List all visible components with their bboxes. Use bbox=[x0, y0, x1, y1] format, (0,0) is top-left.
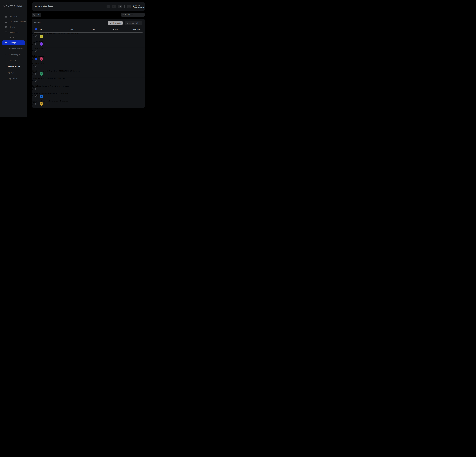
sidebar-item-suspicious-activities[interactable]: Suspicious Activities bbox=[0, 19, 27, 24]
row-checkbox[interactable] bbox=[35, 66, 37, 67]
table-row: I Isabella Lee chris.brown@spresto.com –… bbox=[32, 100, 145, 108]
admin-role-dropdown[interactable]: Manager bbox=[32, 94, 145, 97]
user-avatar[interactable] bbox=[127, 5, 131, 8]
sidebar-item-dashboard[interactable]: Dashboard bbox=[0, 14, 27, 19]
admin-role-label: Edior bbox=[32, 42, 35, 44]
chevron-up-icon bbox=[21, 42, 23, 44]
table-row: O Olivia Brown susan.smith@spresto.com 0… bbox=[32, 70, 145, 78]
warning-triangle-icon bbox=[5, 21, 7, 23]
avatar bbox=[40, 65, 43, 68]
table-row: N Noah Young emily.white@spresto.com – 2… bbox=[32, 93, 145, 100]
envelope-icon bbox=[33, 14, 35, 16]
support-button[interactable] bbox=[118, 5, 122, 8]
table-row: Lucas Harris mike_01@spresto.com – 1 hou… bbox=[32, 78, 145, 85]
row-checkbox[interactable] bbox=[35, 35, 37, 37]
sidebar-subitem-detection-scenarios[interactable]: Detection Scenarios bbox=[0, 47, 27, 51]
row-checkbox[interactable] bbox=[35, 58, 37, 60]
minus-icon bbox=[36, 28, 37, 30]
sidebar-subitem-blocked-programs[interactable]: Blocked Programs bbox=[0, 53, 27, 57]
row-checkbox[interactable] bbox=[35, 80, 37, 82]
sidebar-item-label: Settings bbox=[9, 42, 16, 44]
member-last-login: 12 minutes ago bbox=[33, 55, 44, 57]
bullet-dot-icon bbox=[5, 60, 6, 61]
sidebar-subitem-admin-members[interactable]: Admin Members bbox=[0, 65, 27, 69]
admin-role-dropdown[interactable]: Viewer bbox=[32, 79, 145, 83]
sidebar-item-settings[interactable]: Settings bbox=[2, 41, 25, 45]
sidebar-item-label: Admin Logs bbox=[9, 31, 19, 33]
sidebar-item-events[interactable]: Events bbox=[0, 25, 27, 29]
member-phone: – bbox=[59, 100, 60, 102]
set-admin-role-button[interactable]: Set Admin Role bbox=[125, 21, 142, 25]
sidebar-subitem-label: Organization bbox=[8, 78, 17, 80]
admin-role-dropdown[interactable]: Viewer bbox=[32, 72, 145, 75]
member-last-login: 2 hours ago bbox=[60, 100, 68, 102]
person-icon bbox=[128, 6, 130, 8]
sidebar-item-label: Dashboard bbox=[9, 16, 18, 17]
admin-role-label: Edior bbox=[32, 87, 35, 89]
member-email: emily.white@spresto.com bbox=[41, 93, 58, 94]
admin-role-dropdown[interactable]: Owner bbox=[32, 34, 145, 36]
invite-label: Invite bbox=[36, 14, 40, 16]
selected-count: 1 bbox=[42, 22, 42, 24]
app-logo: MONITOR DOG bbox=[4, 5, 22, 8]
headset-icon bbox=[119, 6, 121, 8]
sidebar: MONITOR DOG Dashboard Suspicious Activit… bbox=[0, 0, 27, 117]
member-email: susan.smith@spresto.com bbox=[41, 70, 59, 72]
member-name: Olivia Brown bbox=[32, 70, 41, 72]
notification-badge-dot bbox=[108, 5, 109, 7]
select-all-checkbox[interactable] bbox=[35, 28, 37, 30]
table-row: Sophia Turner lisa.johnson@spresto.com –… bbox=[32, 85, 145, 93]
member-email: mike_01@spresto.com bbox=[41, 78, 56, 79]
bullet-dot-icon bbox=[5, 67, 6, 67]
sidebar-subitem-organization[interactable]: Organization bbox=[0, 77, 27, 81]
admin-role-dropdown[interactable]: Edior bbox=[32, 42, 145, 45]
settings-nut-icon bbox=[5, 42, 7, 44]
sidebar-item-users[interactable]: Users bbox=[0, 35, 27, 40]
admin-role-dropdown[interactable]: Owner bbox=[32, 64, 145, 68]
info-button[interactable] bbox=[112, 5, 116, 8]
star-icon bbox=[126, 22, 128, 24]
row-checkbox[interactable] bbox=[35, 95, 37, 97]
row-checkbox[interactable] bbox=[35, 43, 37, 45]
column-header-last-login: Last Login bbox=[111, 29, 118, 30]
search-users-input[interactable] bbox=[125, 14, 144, 16]
avatar bbox=[40, 87, 43, 91]
bullet-dot-icon bbox=[5, 49, 6, 49]
avatar: E bbox=[40, 57, 43, 61]
sidebar-item-label: Events bbox=[9, 26, 15, 28]
avatar: J bbox=[40, 35, 43, 38]
notifications-button[interactable] bbox=[107, 5, 110, 8]
row-checkbox[interactable] bbox=[35, 51, 37, 52]
sidebar-item-admin-logs[interactable]: Admin Logs bbox=[0, 30, 27, 34]
admin-role-dropdown[interactable]: Edior bbox=[32, 87, 145, 90]
member-last-login: A few minutes ago bbox=[67, 33, 79, 34]
delete-member-label: Delete Member bbox=[112, 22, 121, 24]
member-phone: 010-2556-8754 bbox=[59, 70, 70, 72]
member-last-login: 31 minutes ago bbox=[33, 63, 44, 64]
member-last-login: 1 hour ago bbox=[61, 85, 69, 87]
row-checkbox[interactable] bbox=[35, 88, 37, 90]
member-phone: 010-9168-1812 bbox=[56, 33, 66, 34]
member-phone: – bbox=[57, 78, 58, 79]
invite-button[interactable]: Invite bbox=[32, 13, 41, 17]
chevron-down-icon bbox=[32, 59, 33, 60]
admin-role-dropdown[interactable]: Viewer bbox=[32, 102, 145, 105]
avatar: O bbox=[40, 72, 43, 76]
admin-role-dropdown[interactable]: Viewer bbox=[32, 49, 145, 52]
chevron-down-icon bbox=[32, 51, 33, 52]
sidebar-subitem-event-lock[interactable]: Event Lock bbox=[0, 59, 27, 63]
column-header-name: Name bbox=[40, 29, 43, 30]
member-phone: – bbox=[58, 93, 59, 94]
avatar: I bbox=[40, 102, 43, 106]
table-row: S 31 minutes ago Owner bbox=[32, 63, 145, 70]
row-checkbox[interactable] bbox=[35, 103, 37, 105]
member-email: lisa.johnson@spresto.com bbox=[42, 85, 60, 87]
member-name: M bbox=[32, 48, 33, 49]
admin-role-dropdown[interactable]: Viewer bbox=[32, 57, 145, 60]
document-icon bbox=[5, 26, 7, 28]
sidebar-subitem-label: My Page bbox=[8, 72, 14, 74]
sidebar-subitem-my-page[interactable]: My Page bbox=[0, 71, 27, 75]
delete-member-button[interactable]: Delete Member bbox=[108, 21, 123, 25]
row-checkbox[interactable] bbox=[35, 73, 37, 75]
member-last-login: 2 hours ago bbox=[60, 93, 68, 94]
